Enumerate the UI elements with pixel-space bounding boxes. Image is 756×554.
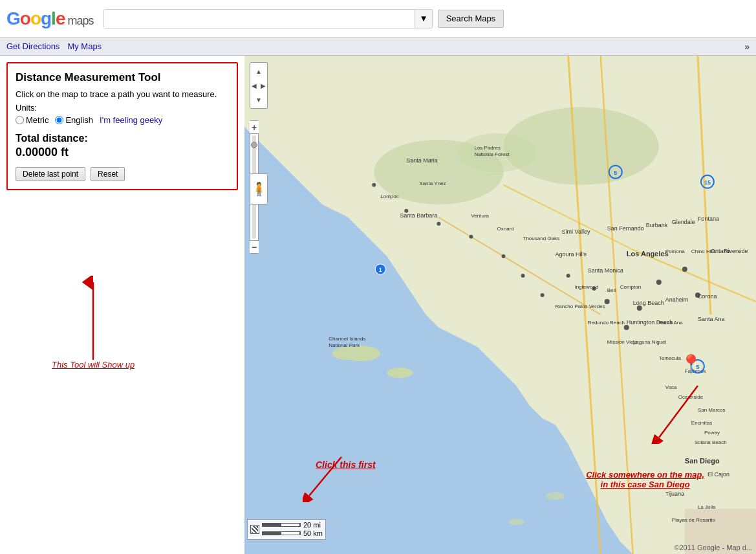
san-diego-annotation: Click somewhere on the map, in this case… [586,470,704,489]
svg-text:Long Beach: Long Beach [633,300,664,306]
svg-text:Burbank: Burbank [646,222,668,228]
main-content: Distance Measurement Tool Click on the m… [0,56,756,554]
map-location-pin: 📍 [680,353,702,375]
svg-text:San Diego: San Diego [685,457,720,465]
svg-point-23 [502,254,506,258]
nav-bar: Get Directions My Maps » [0,38,756,56]
map-area[interactable]: Santa Maria Lompoc Santa Ynez Santa Barb… [244,56,756,554]
svg-point-21 [541,293,545,297]
english-option[interactable]: English [55,115,93,125]
svg-text:Agoura Hills: Agoura Hills [556,251,587,258]
map-copyright: ©2011 Google - Map d... [674,544,752,551]
svg-point-25 [437,222,440,226]
zoom-out-button[interactable]: − [250,240,259,253]
delete-last-point-button[interactable]: Delete last point [16,167,85,181]
tool-buttons-row: Delete last point Reset [16,167,229,181]
street-view-button[interactable]: 🧍 [250,173,268,205]
pan-left-arrow[interactable]: ◀ [252,82,257,89]
pan-up-arrow[interactable]: ▲ [255,68,262,75]
google-maps-logo: Google maps [6,8,93,29]
distance-measurement-tool-box: Distance Measurement Tool Click on the m… [6,62,238,190]
scale-km-label: 50 km [303,529,323,537]
tool-instructions: Click on the map to trace a path you wan… [16,89,229,99]
my-maps-link[interactable]: My Maps [67,41,102,51]
svg-text:Anaheim: Anaheim [665,296,689,303]
svg-point-13 [605,299,610,304]
svg-text:Ventura: Ventura [471,213,489,219]
svg-point-29 [387,368,413,378]
english-radio[interactable] [55,116,63,124]
svg-text:San Fernando: San Fernando [607,225,644,232]
sidebar-arrow-svg [74,276,113,366]
logo-g2: g [41,8,51,29]
collapse-sidebar-button[interactable]: » [744,41,750,52]
map-controls: ▲ ◀ ▶ ▼ [250,62,268,109]
dropdown-arrow-icon: ▼ [419,14,427,23]
svg-text:Thousand Oaks: Thousand Oaks [523,236,559,241]
pan-down-arrow[interactable]: ▼ [255,96,262,104]
search-input[interactable] [104,10,415,28]
svg-point-17 [682,267,687,272]
svg-text:Redondo Beach: Redondo Beach [588,320,625,326]
pan-right-arrow[interactable]: ▶ [261,82,266,89]
sidebar: Distance Measurement Tool Click on the m… [0,56,244,554]
svg-text:Santa Ynez: Santa Ynez [419,181,446,186]
san-diego-arrow-svg [646,379,711,444]
search-dropdown-button[interactable]: ▼ [415,10,431,28]
logo-o2: o [30,8,41,29]
search-maps-button[interactable]: Search Maps [438,10,504,28]
svg-text:National Park: National Park [329,342,360,348]
svg-text:Rancho Palos Verdes: Rancho Palos Verdes [556,304,605,309]
english-label: English [65,115,93,125]
scale-miles-label: 20 mi [303,521,321,529]
svg-text:Santa Ana: Santa Ana [659,320,683,326]
svg-text:Santa Maria: Santa Maria [406,157,438,164]
logo-e: e [56,8,65,29]
svg-text:Playas de Rosarito: Playas de Rosarito [672,517,716,523]
svg-text:Inglewood: Inglewood [575,284,598,290]
zoom-in-button[interactable]: + [250,121,259,134]
svg-text:Riverside: Riverside [724,248,748,254]
svg-line-94 [309,457,341,496]
metric-label: Metric [26,115,49,125]
svg-line-96 [659,386,698,438]
sidebar-annotation-text: This Tool will Show up [52,360,135,370]
svg-point-85 [332,347,364,360]
logo-maps-text: maps [67,14,93,28]
metric-option[interactable]: Metric [16,115,49,125]
svg-text:1: 1 [379,267,382,273]
metric-radio[interactable] [16,116,24,124]
svg-text:Santa Ana: Santa Ana [698,316,725,322]
svg-point-20 [567,274,570,278]
svg-text:El Cajon: El Cajon [707,471,729,478]
click-arrow-svg [303,450,354,502]
svg-text:Santa Monica: Santa Monica [588,267,623,274]
header: Google maps ▼ Search Maps [0,0,756,38]
svg-text:Lompoc: Lompoc [380,194,398,199]
svg-point-91 [546,492,565,500]
zoom-thumb[interactable] [251,142,257,148]
reset-button[interactable]: Reset [91,167,125,181]
get-directions-link[interactable]: Get Directions [6,41,59,51]
logo-l: l [51,8,56,29]
svg-text:Los Padres: Los Padres [474,145,500,151]
svg-text:Compton: Compton [620,284,641,290]
svg-text:Channel Islands: Channel Islands [329,336,365,342]
svg-text:Santa Barbara: Santa Barbara [400,212,437,219]
feeling-geeky-link[interactable]: I'm feeling geeky [100,115,162,125]
svg-text:Los Angeles: Los Angeles [627,250,669,258]
svg-text:Bell: Bell [607,287,616,293]
svg-text:Oxnard: Oxnard [497,226,513,232]
scale-km: 50 km [262,529,323,537]
svg-text:Fontana: Fontana [698,216,719,222]
svg-point-15 [637,305,642,311]
svg-text:Tijuana: Tijuana [665,491,684,497]
svg-text:5: 5 [614,170,617,176]
svg-text:La Jolla: La Jolla [698,504,716,510]
svg-text:Glendale: Glendale [672,219,695,225]
scale-bar: 20 mi 50 km [247,519,326,540]
logo-g: G [6,8,20,29]
pan-control[interactable]: ▲ ◀ ▶ ▼ [250,62,268,109]
svg-point-92 [509,518,524,525]
svg-text:Temecula: Temecula [659,355,682,361]
